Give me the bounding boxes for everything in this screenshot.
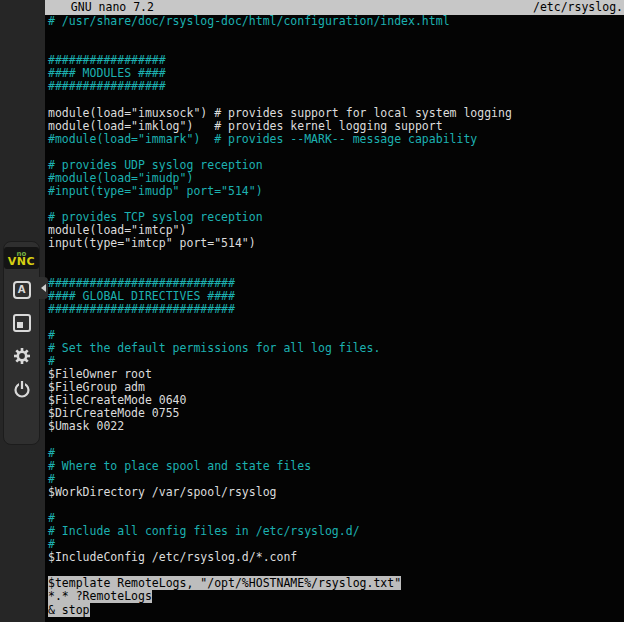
chevron-left-icon [41,284,46,292]
terminal-line: # [48,329,624,342]
terminal-line: *.* ?RemoteLogs [48,590,624,603]
terminal-line [48,316,624,329]
terminal-line: ################# [48,80,624,93]
gear-icon [12,346,32,366]
power-button[interactable] [9,376,35,402]
selected-text: & stop [48,603,90,617]
terminal-line [48,250,624,263]
terminal-line: #module(load="immark") # provides --MARK… [48,133,624,146]
terminal-line: #### GLOBAL DIRECTIVES #### [48,290,624,303]
terminal-line: # [48,473,624,486]
terminal-line: # Where to place spool and state files [48,460,624,473]
novnc-control-bar: no VNC A [3,241,40,445]
terminal-line: # provides UDP syslog reception [48,159,624,172]
terminal-line: $WorkDirectory /var/spool/rsyslog [48,486,624,499]
terminal-line: input(type="imtcp" port="514") [48,237,624,250]
nano-version: GNU nano 7.2 [57,0,154,15]
control-bar-handle[interactable] [39,277,48,299]
power-icon [12,379,32,399]
settings-button[interactable] [9,343,35,369]
terminal-line: #input(type="imudp" port="514") [48,185,624,198]
keyboard-button[interactable]: A [9,277,35,303]
terminal-line: # Set the default permissions for all lo… [48,342,624,355]
terminal-line [48,146,624,159]
terminal-line: # /usr/share/doc/rsyslog-doc/html/config… [48,15,624,28]
terminal-line: # Include all config files in /etc/rsysl… [48,525,624,538]
terminal-line: ########################### [48,277,624,290]
nano-titlebar: GNU nano 7.2 /etc/rsyslog. [45,0,624,15]
terminal-line: $DirCreateMode 0755 [48,407,624,420]
terminal-line [48,499,624,512]
fullscreen-icon [12,313,32,333]
terminal-line: ########################### [48,303,624,316]
terminal-line [48,434,624,447]
fullscreen-button[interactable] [9,310,35,336]
terminal-line: module(load="imklog") # provides kernel … [48,120,624,133]
terminal-line: $Umask 0022 [48,420,624,433]
terminal-line: $IncludeConfig /etc/rsyslog.d/*.conf [48,551,624,564]
terminal-line: & stop [48,604,624,617]
terminal-line [48,263,624,276]
nano-buffer: # /usr/share/doc/rsyslog-doc/html/config… [45,15,624,617]
novnc-logo-vnc: VNC [8,258,35,266]
keyboard-icon: A [13,281,31,299]
terminal-line: module(load="imuxsock") # provides suppo… [48,107,624,120]
selected-text: *.* ?RemoteLogs [48,589,152,603]
terminal-line [48,93,624,106]
nano-filename: /etc/rsyslog. [533,0,623,15]
selected-text: $template RemoteLogs, "/opt/%HOSTNAME%/r… [48,576,401,590]
terminal-line [48,28,624,41]
terminal-line: # [48,447,624,460]
novnc-logo: no VNC [4,247,39,269]
terminal-screen[interactable]: GNU nano 7.2 /etc/rsyslog. # /usr/share/… [45,0,624,622]
